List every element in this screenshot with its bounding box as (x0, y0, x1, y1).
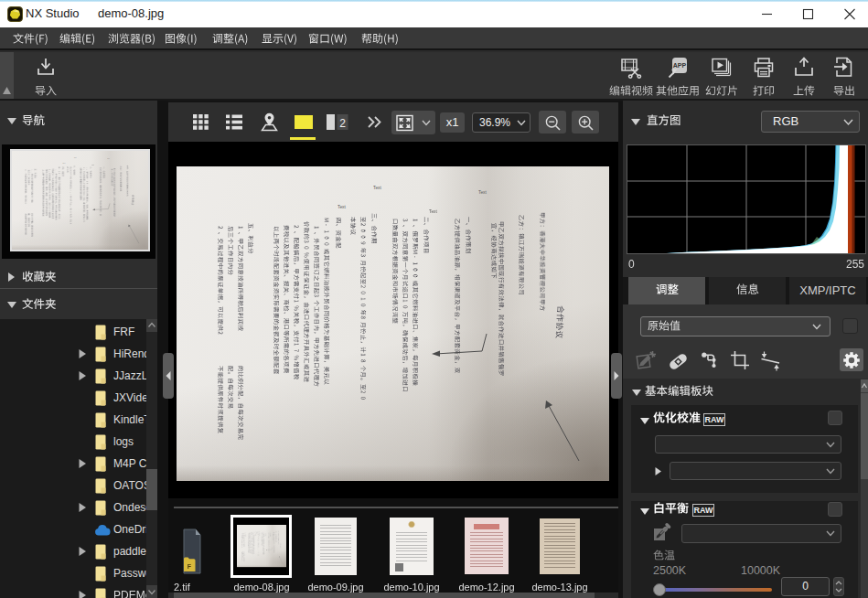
svg-text:2: 2 (339, 117, 346, 130)
svg-text:F: F (188, 563, 192, 570)
svg-text:APP: APP (673, 62, 687, 69)
